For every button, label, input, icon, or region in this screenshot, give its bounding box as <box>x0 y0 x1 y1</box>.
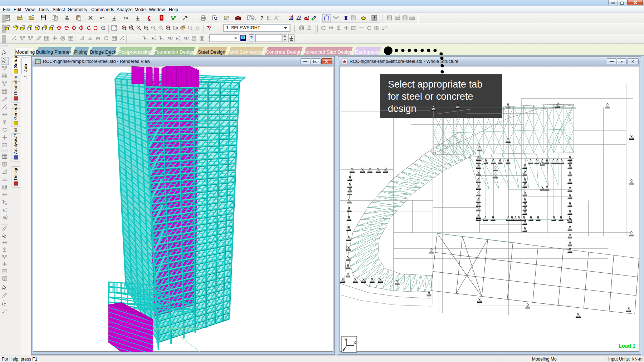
svg-text:Setup: Setup <box>13 56 18 68</box>
svg-text:?: ? <box>250 35 253 40</box>
svg-text:Foundation Design: Foundation Design <box>154 49 194 55</box>
svg-text:x: x <box>5 202 7 205</box>
svg-text:Design: Design <box>13 167 18 180</box>
svg-text:?: ? <box>209 26 211 31</box>
svg-text:Steel Design: Steel Design <box>198 49 225 55</box>
svg-text:y: y <box>5 210 7 213</box>
svg-text:X: X <box>353 341 356 345</box>
svg-text:x: x <box>162 38 164 41</box>
svg-text:Analysis/Print: Analysis/Print <box>13 128 18 154</box>
svg-text:Advanced Slab Design: Advanced Slab Design <box>304 49 353 55</box>
svg-text:1: SELFWEIGHT: 1: SELFWEIGHT <box>226 25 260 30</box>
svg-text:y: y <box>179 38 180 41</box>
svg-text:Y: Y <box>345 338 347 342</box>
svg-text:Postprocessing: Postprocessing <box>118 49 151 55</box>
svg-text:-?: -? <box>24 75 28 79</box>
svg-text:Job: Job <box>23 64 28 72</box>
svg-text:x: x <box>146 38 148 41</box>
svg-text:Concrete Design: Concrete Design <box>266 49 302 55</box>
svg-text:Earthquake: Earthquake <box>355 49 380 55</box>
svg-text:Load 1: Load 1 <box>619 343 635 349</box>
svg-text:Bridge Deck: Bridge Deck <box>90 49 116 55</box>
svg-text:RAM Connection: RAM Connection <box>228 49 264 55</box>
svg-text:Geometry: Geometry <box>13 76 18 95</box>
svg-text:y: y <box>155 38 156 41</box>
svg-text:Z: Z <box>342 348 345 353</box>
svg-text:Modeling: Modeling <box>15 49 35 55</box>
svg-text:?: ? <box>260 15 264 21</box>
svg-text:Building Planner: Building Planner <box>36 49 71 55</box>
svg-text:Piping: Piping <box>74 49 88 55</box>
svg-text:General: General <box>13 104 18 120</box>
